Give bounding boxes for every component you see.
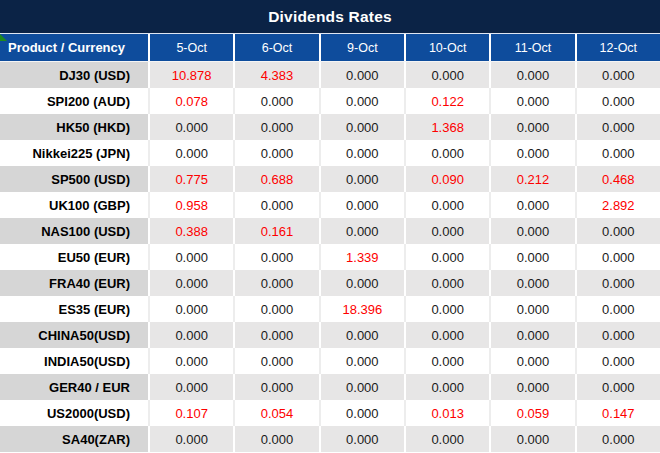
dividend-value: 10.878: [148, 62, 233, 88]
dividend-value: 0.000: [575, 322, 660, 348]
product-label: DJ30 (USD): [0, 62, 148, 88]
table-row: GER40 / EUR0.0000.0000.0000.0000.0000.00…: [0, 374, 660, 400]
dividend-value: 0.000: [575, 88, 660, 114]
dividend-value: 0.161: [233, 218, 318, 244]
table-row: INDIA50(USD)0.0000.0000.0000.0000.0000.0…: [0, 348, 660, 374]
dividend-value: 0.000: [319, 348, 404, 374]
dividend-value: 0.000: [404, 62, 489, 88]
dividend-value: 0.000: [489, 374, 574, 400]
dividend-value: 0.000: [575, 244, 660, 270]
dividend-value: 0.688: [233, 166, 318, 192]
table-row: SA40(ZAR)0.0000.0000.0000.0000.0000.000: [0, 426, 660, 452]
table-header-row: Product / Currency 5-Oct6-Oct9-Oct10-Oct…: [0, 33, 660, 62]
table-row: DJ30 (USD)10.8784.3830.0000.0000.0000.00…: [0, 62, 660, 88]
table-row: UK100 (GBP)0.9580.0000.0000.0000.0002.89…: [0, 192, 660, 218]
table-row: US2000(USD)0.1070.0540.0000.0130.0590.14…: [0, 400, 660, 426]
dividend-value: 0.000: [148, 296, 233, 322]
dividend-value: 0.090: [404, 166, 489, 192]
dividend-value: 0.000: [233, 374, 318, 400]
column-header-11-oct: 11-Oct: [489, 34, 574, 61]
dividend-value: 0.000: [319, 88, 404, 114]
dividend-value: 0.000: [233, 322, 318, 348]
dividend-value: 0.000: [404, 140, 489, 166]
column-header-9-oct: 9-Oct: [319, 34, 404, 61]
dividend-value: 2.892: [575, 192, 660, 218]
dividend-value: 0.000: [404, 244, 489, 270]
dividend-value: 4.383: [233, 62, 318, 88]
dividend-value: 0.000: [575, 140, 660, 166]
dividend-value: 0.000: [489, 296, 574, 322]
dividend-value: 0.000: [148, 322, 233, 348]
dividend-value: 0.000: [489, 426, 574, 452]
page-title: Dividends Rates: [268, 8, 392, 26]
dividend-value: 1.368: [404, 114, 489, 140]
dividend-value: 18.396: [319, 296, 404, 322]
product-label: SPI200 (AUD): [0, 88, 148, 114]
dividend-value: 0.000: [489, 348, 574, 374]
dividend-value: 0.000: [575, 296, 660, 322]
dividend-value: 0.000: [233, 192, 318, 218]
dividend-value: 0.000: [319, 426, 404, 452]
product-label: US2000(USD): [0, 400, 148, 426]
column-header-6-oct: 6-Oct: [233, 34, 318, 61]
dividend-value: 0.775: [148, 166, 233, 192]
product-label: INDIA50(USD): [0, 348, 148, 374]
dividend-value: 0.000: [319, 270, 404, 296]
dividend-value: 0.000: [404, 348, 489, 374]
dividend-value: 0.147: [575, 400, 660, 426]
dividend-value: 0.000: [233, 140, 318, 166]
dividend-value: 0.000: [575, 270, 660, 296]
dividend-value: 0.000: [148, 114, 233, 140]
table-body: DJ30 (USD)10.8784.3830.0000.0000.0000.00…: [0, 62, 660, 452]
product-label: UK100 (GBP): [0, 192, 148, 218]
dividend-value: 0.000: [233, 296, 318, 322]
dividend-value: 0.000: [319, 114, 404, 140]
dividend-value: 0.122: [404, 88, 489, 114]
dividend-value: 0.000: [319, 62, 404, 88]
dividend-value: 0.000: [233, 348, 318, 374]
product-label: CHINA50(USD): [0, 322, 148, 348]
column-header-12-oct: 12-Oct: [575, 34, 660, 61]
dividend-value: 0.468: [575, 166, 660, 192]
dividend-value: 0.000: [233, 426, 318, 452]
dividend-value: 1.339: [319, 244, 404, 270]
table-row: ES35 (EUR)0.0000.00018.3960.0000.0000.00…: [0, 296, 660, 322]
table-row: SP500 (USD)0.7750.6880.0000.0900.2120.46…: [0, 166, 660, 192]
dividend-value: 0.388: [148, 218, 233, 244]
product-label: EU50 (EUR): [0, 244, 148, 270]
product-label: SA40(ZAR): [0, 426, 148, 452]
dividend-value: 0.212: [489, 166, 574, 192]
table-row: SPI200 (AUD)0.0780.0000.0000.1220.0000.0…: [0, 88, 660, 114]
dividend-value: 0.054: [233, 400, 318, 426]
dividend-value: 0.000: [489, 114, 574, 140]
product-label: GER40 / EUR: [0, 374, 148, 400]
dividend-value: 0.107: [148, 400, 233, 426]
dividend-value: 0.000: [489, 270, 574, 296]
dividend-value: 0.000: [404, 218, 489, 244]
dividend-value: 0.000: [575, 218, 660, 244]
dividend-value: 0.000: [489, 88, 574, 114]
dividend-value: 0.000: [319, 322, 404, 348]
dividend-value: 0.059: [489, 400, 574, 426]
product-label: ES35 (EUR): [0, 296, 148, 322]
dividend-value: 0.000: [404, 374, 489, 400]
column-header-5-oct: 5-Oct: [148, 34, 233, 61]
table-row: HK50 (HKD)0.0000.0000.0001.3680.0000.000: [0, 114, 660, 140]
dividend-value: 0.000: [148, 270, 233, 296]
dividend-value: 0.000: [319, 166, 404, 192]
dividend-value: 0.000: [489, 244, 574, 270]
dividends-rates-panel: Dividends Rates Product / Currency 5-Oct…: [0, 0, 660, 453]
dividend-value: 0.000: [575, 114, 660, 140]
dividend-value: 0.078: [148, 88, 233, 114]
dividend-value: 0.000: [575, 374, 660, 400]
column-header-product-currency: Product / Currency: [0, 34, 148, 61]
dividend-value: 0.000: [148, 140, 233, 166]
green-corner-marker-icon: [0, 34, 7, 41]
product-label: HK50 (HKD): [0, 114, 148, 140]
dividend-value: 0.000: [319, 218, 404, 244]
product-label: Nikkei225 (JPN): [0, 140, 148, 166]
dividend-value: 0.000: [319, 374, 404, 400]
dividend-value: 0.000: [148, 374, 233, 400]
table-row: EU50 (EUR)0.0000.0001.3390.0000.0000.000: [0, 244, 660, 270]
table-row: CHINA50(USD)0.0000.0000.0000.0000.0000.0…: [0, 322, 660, 348]
